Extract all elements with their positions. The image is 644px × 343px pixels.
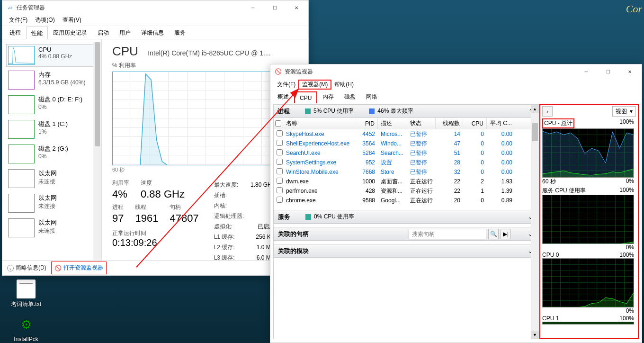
tm-sidebar-item[interactable]: 磁盘 1 (C:)1%: [6, 118, 99, 141]
rm-tab[interactable]: CPU: [294, 91, 317, 103]
rm-titlebar[interactable]: 🚫 资源监视器 ─ ☐ ✕: [270, 64, 642, 79]
rm-tab[interactable]: 内存: [317, 90, 339, 103]
tm-titlebar[interactable]: ▱ 任务管理器 ─ ☐ ✕: [2, 0, 308, 15]
column-header[interactable]: 状态: [407, 118, 436, 129]
tm-sidebar-item[interactable]: 内存6.3/15.9 GB (40%): [6, 69, 99, 91]
tm-tabbar: 进程性能应用历史记录启动用户详细信息服务: [2, 26, 308, 39]
sidebar-thumb: [8, 218, 35, 237]
search-next-button[interactable]: ▶|: [501, 229, 511, 239]
rm-tab[interactable]: 网络: [361, 90, 383, 103]
column-header[interactable]: 名称: [283, 118, 354, 129]
tm-menu-item[interactable]: 文件(F): [5, 16, 31, 24]
tm-tab[interactable]: 详细信息: [136, 26, 169, 39]
rm-menu-item[interactable]: 帮助(H): [331, 81, 358, 89]
rm-menu-item[interactable]: 文件(F): [273, 81, 299, 89]
rm-menu-item[interactable]: 监视器(M): [298, 80, 331, 90]
row-checkbox[interactable]: [277, 149, 283, 155]
select-all-checkbox[interactable]: [275, 120, 281, 126]
mini-chart: 服务 CPU 使用率100%0%: [542, 187, 634, 251]
nav-right-button[interactable]: ›: [542, 106, 553, 117]
process-row[interactable]: perfmon.exe428资源和...正在运行2211.39: [274, 186, 539, 196]
process-row[interactable]: WinStore.Mobile.exe7668Store已暂停3200.00: [274, 167, 539, 177]
process-row[interactable]: dwm.exe1000桌面窗...正在运行2221.93: [274, 177, 539, 186]
tm-tab[interactable]: 性能: [26, 27, 48, 39]
column-header[interactable]: PID: [354, 118, 378, 129]
column-header[interactable]: 平均 C...: [487, 118, 515, 129]
close-button[interactable]: ✕: [286, 0, 307, 15]
tm-sidebar-item[interactable]: 以太网未连接: [6, 167, 99, 190]
search-button[interactable]: 🔍: [488, 229, 499, 239]
rm-title: 资源监视器: [285, 68, 313, 76]
view-dropdown[interactable]: 视图▾: [612, 106, 636, 117]
brief-info-toggle[interactable]: ⌄简略信息(D): [7, 264, 46, 272]
sidebar-scrollbar[interactable]: [93, 42, 101, 269]
search-handles-input[interactable]: [409, 229, 486, 239]
tm-title: 任务管理器: [17, 4, 45, 12]
modules-header[interactable]: 关联的模块 ⌄: [274, 244, 538, 258]
maximize-button[interactable]: ☐: [264, 0, 286, 15]
sidebar-thumb: [8, 194, 35, 213]
rm-icon: 🚫: [274, 68, 282, 75]
tm-sidebar: CPU4% 0.88 GHz内存6.3/15.9 GB (40%)磁盘 0 (D…: [2, 39, 102, 271]
row-checkbox[interactable]: [277, 140, 283, 146]
minimize-button[interactable]: ─: [575, 64, 597, 79]
sidebar-thumb: [8, 71, 35, 90]
open-resource-monitor-link[interactable]: 🚫打开资源监视器: [51, 262, 107, 274]
cpu-heading: CPU: [112, 44, 138, 59]
mini-chart: CPU 1100%: [542, 315, 634, 325]
row-checkbox[interactable]: [277, 187, 283, 193]
stats-right: 最大速度:1.80 GHz插槽:1内核:4逻辑处理器:8虚拟化:已启用L1 缓存…: [213, 179, 276, 263]
tm-tab[interactable]: 服务: [169, 26, 191, 39]
row-checkbox[interactable]: [277, 159, 283, 165]
tm-menu-item[interactable]: 查看(V): [59, 16, 85, 24]
tm-tab[interactable]: 用户: [114, 26, 136, 39]
tm-menu-item[interactable]: 选项(O): [31, 16, 58, 24]
tm-sidebar-item[interactable]: 磁盘 2 (G:)0%: [6, 143, 99, 165]
rm-menubar: 文件(F)监视器(M)帮助(H): [270, 79, 642, 90]
rm-right-panel: › 视图▾ CPU - 总计100%60 秒0%服务 CPU 使用率100%0%…: [539, 104, 639, 339]
desktop-file-txt[interactable]: 名词清单.txt: [9, 280, 43, 308]
minimize-button[interactable]: ─: [242, 0, 264, 15]
column-header[interactable]: 线程数: [436, 118, 463, 129]
column-header[interactable]: 描述: [378, 118, 407, 129]
column-header[interactable]: CPU: [463, 118, 487, 129]
install-icon: ⚙: [17, 315, 36, 334]
process-columns[interactable]: 名称PID描述状态线程数CPU平均 C...: [274, 118, 539, 129]
mini-chart: CPU - 总计100%60 秒0%: [542, 118, 634, 186]
rm-tab[interactable]: 磁盘: [339, 90, 361, 103]
handles-header[interactable]: 关联的句柄 🔍 ▶| ⌄: [274, 227, 538, 241]
tm-icon: ▱: [6, 4, 14, 11]
cpu-model: Intel(R) Core(TM) i5-8265UC CPU @ 1....: [148, 49, 270, 57]
process-row[interactable]: SkypeHost.exe4452Micros...已暂停1400.00: [274, 129, 539, 139]
row-checkbox[interactable]: [277, 178, 283, 184]
processes-header[interactable]: 进程 5% CPU 使用率 46% 最大频率 ⌃: [274, 105, 539, 118]
sidebar-thumb: [8, 144, 35, 163]
row-checkbox[interactable]: [277, 168, 283, 174]
tm-sidebar-item[interactable]: 磁盘 0 (D: E: F:)0%: [6, 93, 99, 116]
uptime-value: 0:13:09:26: [112, 237, 199, 248]
close-button[interactable]: ✕: [619, 64, 641, 79]
rm-tab[interactable]: 概述: [272, 90, 294, 103]
tm-sidebar-item[interactable]: 以太网未连接: [6, 192, 99, 215]
process-row[interactable]: ShellExperienceHost.exe3564Windo...已暂停47…: [274, 139, 539, 148]
sidebar-thumb: [8, 120, 35, 139]
services-header[interactable]: 服务 0% CPU 使用率 ⌄: [274, 210, 538, 224]
process-row[interactable]: SearchUI.exe5284Search...已暂停5100.00: [274, 148, 539, 158]
row-checkbox[interactable]: [277, 197, 283, 203]
tm-tab[interactable]: 应用历史记录: [48, 26, 92, 39]
tm-sidebar-item[interactable]: CPU4% 0.88 GHz: [6, 44, 99, 67]
left-scrollbar[interactable]: ▲▼: [531, 105, 539, 339]
tm-menubar: 文件(F)选项(O)查看(V): [2, 15, 308, 26]
tm-sidebar-item[interactable]: 以太网未连接: [6, 217, 99, 239]
row-checkbox[interactable]: [277, 130, 283, 136]
process-row[interactable]: SystemSettings.exe952设置已暂停2800.00: [274, 158, 539, 167]
resource-monitor-window: 🚫 资源监视器 ─ ☐ ✕ 文件(F)监视器(M)帮助(H) 概述CPU内存磁盘…: [270, 64, 642, 343]
tm-tab[interactable]: 进程: [4, 26, 26, 39]
prohibited-icon: 🚫: [54, 265, 62, 271]
tm-tab[interactable]: 启动: [92, 26, 114, 39]
desktop-file-label: InstallPck: [9, 336, 43, 343]
desktop-file-install[interactable]: ⚙ InstallPck: [9, 315, 43, 343]
rm-tabbar: 概述CPU内存磁盘网络: [270, 90, 642, 103]
maximize-button[interactable]: ☐: [597, 64, 619, 79]
process-row[interactable]: chrome.exe9588Googl...正在运行2000.89: [274, 196, 539, 205]
